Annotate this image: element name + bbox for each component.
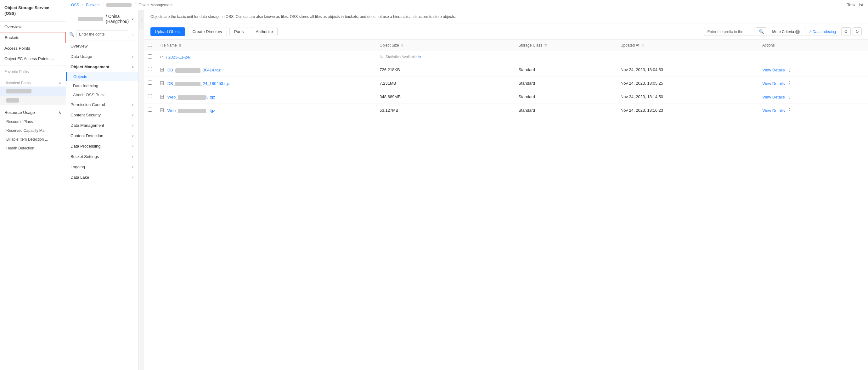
sidebar-item-health-detection[interactable]: Health Detection <box>0 144 66 153</box>
historical-paths-collapse[interactable]: ∧ <box>59 81 61 85</box>
parts-button[interactable]: Parts <box>229 27 248 36</box>
authorize-button[interactable]: Authorize <box>251 27 278 36</box>
row-3-actions: View Details ⋮ <box>758 90 868 103</box>
file-link-2[interactable]: DB__24_180453.tgz <box>167 81 230 86</box>
data-indexing-label: Data Indexing <box>813 30 836 34</box>
nav-objects[interactable]: Objects <box>66 72 138 81</box>
nav-object-management[interactable]: Object Management ∧ <box>66 62 138 72</box>
sidebar-collapse-toggle[interactable]: ‹ <box>138 10 144 29</box>
sidebar-item-reserved-capacity[interactable]: Reserved Capacity Ma... <box>0 126 66 135</box>
row-1-updated-at: Nov 24, 2023, 18:04:53 <box>617 63 758 76</box>
nav-data-usage-label: Data Usage <box>70 54 92 59</box>
sidebar-item-resource-plans[interactable]: Resource Plans <box>0 117 66 126</box>
breadcrumb-bar: OSS / Buckets / / Object Management Task… <box>66 0 868 10</box>
nav-data-processing[interactable]: Data Processing ∨ <box>66 141 138 151</box>
add-favorite-icon[interactable]: + <box>59 69 61 74</box>
breadcrumb-buckets[interactable]: Buckets <box>86 3 99 7</box>
more-actions-button-4[interactable]: ⋮ <box>786 107 794 113</box>
historical-paths-section: Historical Paths ∧ <box>0 78 66 87</box>
historical-path-item-1[interactable] <box>0 87 66 96</box>
table-header-checkbox-col <box>144 40 156 51</box>
sidebar-item-access-points[interactable]: Access Points <box>0 43 66 54</box>
view-details-button-4[interactable]: View Details <box>762 108 784 113</box>
more-actions-button-3[interactable]: ⋮ <box>786 94 794 99</box>
info-bar: Objects are the basic unit for data stor… <box>144 10 868 24</box>
row-select-checkbox-2[interactable] <box>148 81 152 85</box>
stats-refresh-icon[interactable]: ↻ <box>418 55 421 59</box>
nav-content-detection[interactable]: Content Detection ∨ <box>66 130 138 141</box>
task-list-button[interactable]: Task List <box>847 2 863 7</box>
row-select-checkbox-3[interactable] <box>148 94 152 98</box>
sidebar-item-buckets[interactable]: Buckets <box>0 32 66 43</box>
view-details-button-1[interactable]: View Details <box>762 68 784 72</box>
breadcrumb-object-management: Object Management <box>138 3 173 7</box>
nav-content-security[interactable]: Content Security ∨ <box>66 110 138 120</box>
updated-at-sort-icon[interactable]: ⇅ <box>642 44 644 47</box>
file-type-icon-4: ⊞ <box>160 107 164 113</box>
nav-data-management-chevron: ∨ <box>131 124 134 127</box>
row-select-checkbox-1[interactable] <box>148 67 152 71</box>
nav-permission-chevron: ∨ <box>131 103 134 106</box>
filename-col-label: File Name <box>160 43 177 48</box>
prefix-search-input[interactable] <box>704 28 754 36</box>
row-select-checkbox-4[interactable] <box>148 107 152 112</box>
more-criteria-button[interactable]: More Criteria ? <box>769 28 803 36</box>
nav-data-processing-chevron: ∨ <box>131 145 134 148</box>
filename-sort-icon[interactable]: ⇅ <box>179 44 181 47</box>
sidebar-item-object-fc[interactable]: Object FC Access Points ... <box>0 54 66 64</box>
nav-logging[interactable]: Logging ∨ <box>66 162 138 172</box>
resource-usage-section[interactable]: Resource Usage ∧ <box>0 107 66 117</box>
refresh-button[interactable]: ↻ <box>852 27 862 36</box>
size-col-label: Object Size <box>379 43 399 48</box>
star-icon[interactable]: ☆ <box>131 32 135 37</box>
row-checkbox-3 <box>144 90 156 103</box>
nav-bucket-settings[interactable]: Bucket Settings ∨ <box>66 151 138 162</box>
view-details-button-2[interactable]: View Details <box>762 81 784 86</box>
storage-class-filter-icon[interactable]: ▽ <box>545 43 547 47</box>
nav-permission-label: Permission Control <box>70 102 105 107</box>
table-row: ⊞ Web_3.tgz 348.689MB Standard Nov 24, 2… <box>144 90 868 103</box>
row-select-checkbox-parent[interactable] <box>148 55 152 59</box>
more-actions-button-1[interactable]: ⋮ <box>786 67 794 72</box>
sidebar-search-input[interactable] <box>76 31 129 38</box>
nav-data-management-label: Data Management <box>70 123 104 128</box>
prefix-search-button[interactable]: 🔍 <box>756 27 767 36</box>
left-sidebar: Object Storage Service (OSS) Overview Bu… <box>0 0 66 370</box>
nav-data-lake[interactable]: Data Lake ∨ <box>66 172 138 183</box>
nav-data-processing-label: Data Processing <box>70 144 100 149</box>
select-all-checkbox[interactable] <box>148 43 152 47</box>
no-stats-text: No Statistics Available <box>379 55 417 59</box>
parent-dir-link[interactable]: / 2023-11-24/ <box>166 55 190 59</box>
nav-overview[interactable]: Overview <box>66 41 138 51</box>
bucket-name-label <box>78 17 103 21</box>
historical-path-item-2[interactable] <box>0 96 66 105</box>
nav-bucket-settings-label: Bucket Settings <box>70 154 99 159</box>
row-2-size: 7.231MB <box>376 76 515 90</box>
more-actions-button-2[interactable]: ⋮ <box>786 81 794 86</box>
row-4-actions: View Details ⋮ <box>758 103 868 117</box>
row-checkbox-2 <box>144 76 156 90</box>
chevron-down-icon[interactable]: ∨ <box>131 17 134 21</box>
nav-data-indexing[interactable]: Data Indexing <box>66 81 138 90</box>
nav-attach-oss[interactable]: Attach OSS Buck... <box>66 90 138 99</box>
table-header-storage-class: Storage Class ▽ <box>515 40 617 51</box>
sidebar-item-billable-item[interactable]: Billable Item Detection ... <box>0 135 66 144</box>
nav-data-usage[interactable]: Data Usage ∨ <box>66 51 138 62</box>
nav-permission-control[interactable]: Permission Control ∨ <box>66 99 138 110</box>
view-details-button-3[interactable]: View Details <box>762 95 784 99</box>
size-sort-icon[interactable]: ⇅ <box>401 44 403 47</box>
file-link-3[interactable]: Web_3.tgz <box>167 95 215 99</box>
breadcrumb-bucket-name <box>106 3 131 7</box>
data-indexing-button[interactable]: ↗ Data Indexing <box>805 28 839 36</box>
breadcrumb-oss[interactable]: OSS <box>71 3 79 7</box>
app-title: Object Storage Service (OSS) <box>0 0 66 22</box>
create-directory-button[interactable]: Create Directory <box>188 27 227 36</box>
row-2-storage-class: Standard <box>515 76 617 90</box>
file-link-4[interactable]: Web__.tgz <box>167 108 215 113</box>
back-arrow-icon[interactable]: ← <box>70 16 75 22</box>
upload-object-button[interactable]: Upload Object <box>150 27 185 36</box>
nav-data-management[interactable]: Data Management ∨ <box>66 120 138 130</box>
sidebar-item-overview[interactable]: Overview <box>0 22 66 32</box>
file-link-1[interactable]: DB__30414.tgz <box>167 68 221 72</box>
settings-button[interactable]: ⚙ <box>841 27 851 36</box>
